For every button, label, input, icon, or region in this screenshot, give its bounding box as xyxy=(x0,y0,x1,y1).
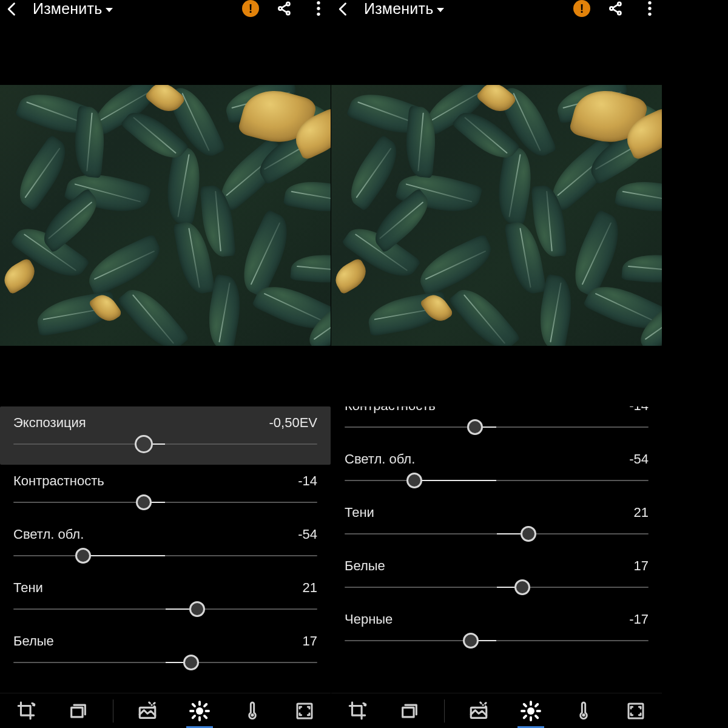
bottom-toolbar xyxy=(0,693,331,728)
slider-blacks-track[interactable] xyxy=(345,637,649,644)
slider-whites-track[interactable] xyxy=(13,659,317,666)
slider-highlights-label: Светл. обл. xyxy=(13,527,84,542)
slider-highlights-value: -54 xyxy=(629,451,649,467)
tool-fullscreen[interactable] xyxy=(286,696,323,726)
slider-highlights-knob[interactable] xyxy=(406,473,422,488)
page-title: Изменить xyxy=(33,0,102,18)
svg-point-28 xyxy=(482,704,484,706)
slider-whites-track[interactable] xyxy=(345,584,649,591)
slider-exposure[interactable]: Экспозиция -0,50EV xyxy=(0,406,331,465)
svg-line-16 xyxy=(193,715,195,717)
svg-line-36 xyxy=(524,715,526,717)
svg-point-4 xyxy=(317,7,320,10)
tool-presets[interactable] xyxy=(391,696,428,726)
slider-contrast-track[interactable] xyxy=(13,499,317,506)
sliders-panel[interactable]: Экспозиция -0,50EV Контрастность -14 С xyxy=(0,406,331,693)
slider-blacks[interactable]: Черные -17 xyxy=(345,603,649,656)
tool-light[interactable] xyxy=(181,696,218,726)
svg-point-29 xyxy=(527,707,534,715)
warning-icon[interactable]: ! xyxy=(242,0,259,17)
svg-line-35 xyxy=(536,715,538,717)
slider-shadows-track[interactable] xyxy=(13,605,317,613)
slider-shadows-value: 21 xyxy=(634,505,649,521)
warning-icon[interactable]: ! xyxy=(573,0,590,17)
slider-shadows-value: 21 xyxy=(303,580,317,596)
svg-point-38 xyxy=(582,713,585,716)
sliders-panel[interactable]: Контрастность -14 Светл. обл. -54 Тени xyxy=(331,406,662,693)
slider-shadows[interactable]: Тени 21 xyxy=(13,571,317,625)
slider-whites-label: Белые xyxy=(13,633,54,649)
tool-light[interactable] xyxy=(513,696,549,726)
slider-highlights-track[interactable] xyxy=(345,477,649,484)
svg-point-3 xyxy=(317,1,320,4)
slider-highlights-label: Светл. обл. xyxy=(345,451,415,467)
svg-line-14 xyxy=(193,704,195,706)
tool-crop[interactable] xyxy=(8,696,44,726)
share-icon[interactable] xyxy=(276,0,293,17)
title-dropdown[interactable]: Изменить xyxy=(33,0,113,18)
more-icon[interactable] xyxy=(310,0,327,17)
svg-point-5 xyxy=(317,13,320,16)
slider-highlights-knob[interactable] xyxy=(75,548,91,564)
svg-rect-39 xyxy=(629,704,643,718)
slider-highlights[interactable]: Светл. обл. -54 xyxy=(13,518,317,571)
svg-point-23 xyxy=(648,1,651,4)
slider-highlights-value: -54 xyxy=(298,527,317,542)
svg-line-15 xyxy=(204,715,206,717)
slider-exposure-knob[interactable] xyxy=(135,435,153,453)
back-icon[interactable] xyxy=(4,1,21,18)
slider-highlights[interactable]: Светл. обл. -54 xyxy=(345,443,649,496)
slider-blacks-knob[interactable] xyxy=(463,633,479,649)
svg-point-18 xyxy=(251,713,254,716)
slider-blacks-value: -17 xyxy=(629,612,649,627)
chevron-down-icon xyxy=(437,8,444,12)
slider-contrast[interactable]: Контрастность -14 xyxy=(345,406,649,443)
slider-shadows-track[interactable] xyxy=(345,530,649,538)
svg-line-34 xyxy=(524,704,526,706)
tool-heal[interactable] xyxy=(460,696,497,726)
slider-blacks-label: Черные xyxy=(345,612,393,627)
slider-shadows-label: Тени xyxy=(13,580,43,596)
svg-line-17 xyxy=(204,704,206,706)
slider-whites[interactable]: Белые 17 xyxy=(13,625,317,678)
tool-color[interactable] xyxy=(565,696,602,726)
tool-crop[interactable] xyxy=(339,696,376,726)
slider-whites-label: Белые xyxy=(345,558,385,574)
slider-exposure-label: Экспозиция xyxy=(13,415,86,431)
tool-color[interactable] xyxy=(234,696,271,726)
svg-line-37 xyxy=(536,704,538,706)
slider-contrast-knob[interactable] xyxy=(136,494,152,510)
photo-preview[interactable] xyxy=(331,85,662,346)
back-icon[interactable] xyxy=(335,1,352,18)
slider-contrast-track[interactable] xyxy=(345,423,649,431)
slider-highlights-track[interactable] xyxy=(13,552,317,559)
page-title: Изменить xyxy=(364,0,433,18)
slider-shadows[interactable]: Тени 21 xyxy=(345,496,649,550)
photo-preview[interactable] xyxy=(0,85,331,346)
svg-point-24 xyxy=(648,7,651,10)
chevron-down-icon xyxy=(106,8,113,12)
slider-exposure-track[interactable] xyxy=(13,440,317,448)
slider-contrast[interactable]: Контрастность -14 xyxy=(13,465,317,518)
slider-contrast-value: -14 xyxy=(629,406,649,414)
tool-presets[interactable] xyxy=(60,696,96,726)
title-dropdown[interactable]: Изменить xyxy=(364,0,444,18)
slider-whites-knob[interactable] xyxy=(183,655,199,670)
tool-heal[interactable] xyxy=(129,696,166,726)
more-icon[interactable] xyxy=(641,0,658,17)
svg-point-25 xyxy=(648,13,651,16)
slider-contrast-value: -14 xyxy=(298,473,317,489)
slider-contrast-knob[interactable] xyxy=(467,419,483,435)
svg-rect-19 xyxy=(297,704,312,718)
tool-fullscreen[interactable] xyxy=(618,696,654,726)
bottom-toolbar xyxy=(331,693,662,728)
svg-rect-6 xyxy=(72,707,83,717)
svg-rect-26 xyxy=(403,707,414,717)
slider-shadows-knob[interactable] xyxy=(521,526,536,542)
slider-whites[interactable]: Белые 17 xyxy=(345,550,649,603)
share-icon[interactable] xyxy=(607,0,624,17)
slider-shadows-knob[interactable] xyxy=(189,601,205,617)
svg-point-8 xyxy=(150,704,152,706)
slider-whites-knob[interactable] xyxy=(514,579,530,595)
slider-contrast-label: Контрастность xyxy=(345,406,436,414)
